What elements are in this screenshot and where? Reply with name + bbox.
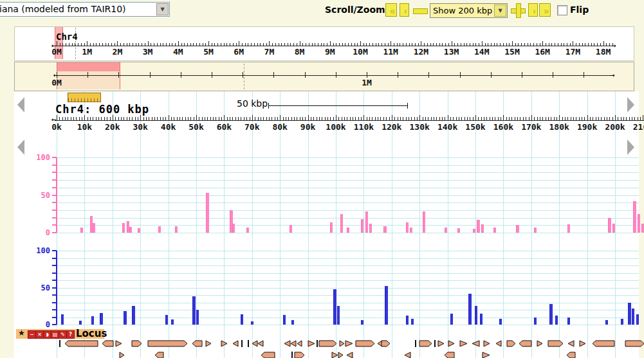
signal-bar <box>534 228 537 233</box>
ruler-minor-tick <box>598 117 599 120</box>
zoom-level-select[interactable]: Show 200 kbp ▼ <box>430 3 508 18</box>
gene-glyph[interactable] <box>295 352 305 358</box>
gene-glyph[interactable] <box>438 340 445 348</box>
detail-ruler-icon[interactable] <box>68 93 101 102</box>
ruler-minor-tick <box>551 117 551 120</box>
gene-glyph[interactable] <box>284 340 290 348</box>
ruler-minor-tick <box>397 43 398 46</box>
ruler-minor-tick <box>606 43 607 46</box>
gene-glyph[interactable] <box>419 340 432 348</box>
dropdown-arrow-icon[interactable]: ▼ <box>156 3 169 15</box>
gene-glyph[interactable] <box>495 340 501 348</box>
gene-glyph[interactable] <box>120 352 125 358</box>
pan-far-right-button[interactable]: » <box>539 3 551 17</box>
gene-glyph[interactable] <box>154 352 163 358</box>
gene-glyph[interactable] <box>206 340 212 348</box>
gene-glyph[interactable] <box>308 340 315 348</box>
gene-glyph[interactable] <box>356 340 375 348</box>
gene-glyph[interactable] <box>448 340 455 348</box>
detail-pan-left-lower-button[interactable] <box>17 139 24 155</box>
gene-glyph[interactable] <box>580 340 586 348</box>
gene-glyph[interactable] <box>507 340 516 348</box>
gene-glyph[interactable] <box>317 340 318 347</box>
zoom-out-button[interactable] <box>413 8 428 14</box>
ruler-major-tick <box>573 41 573 46</box>
gene-glyph[interactable] <box>116 340 122 348</box>
gene-glyph[interactable] <box>64 340 98 348</box>
detail-pan-right-lower-button[interactable] <box>627 139 634 155</box>
gene-glyph[interactable] <box>132 340 142 348</box>
gene-glyph[interactable] <box>221 340 228 348</box>
favorite-star-icon[interactable]: ★ <box>18 328 25 337</box>
ruler-minor-tick <box>68 117 68 120</box>
ruler-minor-tick <box>171 117 172 120</box>
gene-glyph[interactable] <box>625 340 644 348</box>
datasource-select[interactable]: iana (modeled from TAIR10) ▼ <box>0 2 170 17</box>
gene-glyph[interactable] <box>519 340 531 348</box>
gene-glyph[interactable] <box>434 340 436 347</box>
gene-glyph[interactable] <box>415 340 416 347</box>
pan-right-button[interactable]: › <box>528 3 538 17</box>
ruler-minor-tick <box>196 43 197 46</box>
ruler-minor-tick <box>509 117 510 120</box>
gene-glyph[interactable] <box>261 352 275 358</box>
ruler-minor-tick <box>579 43 580 46</box>
gene-glyph[interactable] <box>332 352 338 358</box>
signal-bar <box>365 211 368 233</box>
ruler-minor-tick <box>190 43 191 46</box>
ruler-major-tick <box>57 41 57 46</box>
gene-glyph[interactable] <box>483 352 490 358</box>
pan-far-left-button[interactable]: « <box>385 3 397 17</box>
gene-glyph[interactable] <box>346 352 353 358</box>
ruler-minor-tick <box>486 117 487 120</box>
ruler-minor-tick <box>96 117 97 120</box>
gene-glyph[interactable] <box>472 340 479 348</box>
gene-glyph[interactable] <box>340 340 345 348</box>
gridline-horizontal <box>57 273 639 274</box>
detail-pan-left-upper-button[interactable] <box>17 97 24 112</box>
ruler-minor-tick <box>403 43 403 46</box>
gene-glyph[interactable] <box>566 352 575 358</box>
y-axis-label: 100 <box>32 153 50 162</box>
ruler-major-tick <box>300 41 300 46</box>
gene-glyph[interactable] <box>257 340 263 348</box>
ruler-minor-tick <box>383 117 384 120</box>
gene-glyph[interactable] <box>444 352 454 358</box>
ruler-major-tick <box>239 41 239 46</box>
gene-glyph[interactable] <box>345 340 353 348</box>
gene-glyph[interactable] <box>484 340 490 348</box>
ruler-minor-tick <box>484 117 484 120</box>
gene-glyph[interactable] <box>192 340 202 348</box>
pan-left-button[interactable]: ‹ <box>400 3 409 17</box>
gene-glyph[interactable] <box>567 340 574 348</box>
signal-bar <box>450 314 453 325</box>
gene-glyph[interactable] <box>404 352 410 358</box>
region-detail-marker-line <box>244 64 244 89</box>
gene-glyph[interactable] <box>382 340 391 348</box>
flip-checkbox[interactable] <box>557 5 567 15</box>
zoom-select-arrow-icon[interactable]: ▼ <box>494 4 506 17</box>
gene-glyph[interactable] <box>291 352 293 358</box>
ruler-minor-tick <box>585 43 585 46</box>
detail-pan-right-upper-button[interactable] <box>627 97 634 112</box>
gene-glyph[interactable] <box>102 340 113 348</box>
gene-glyph[interactable] <box>297 340 302 348</box>
gene-glyph[interactable] <box>338 352 344 358</box>
overview-tick-label: 4M <box>168 47 189 57</box>
gene-glyph[interactable] <box>232 340 238 348</box>
gene-glyph[interactable] <box>148 340 188 348</box>
gene-glyph[interactable] <box>248 340 249 347</box>
gene-glyph[interactable] <box>241 340 243 347</box>
gene-glyph[interactable] <box>290 340 296 348</box>
gene-glyph[interactable] <box>460 340 468 348</box>
zoom-in-button[interactable] <box>511 3 525 17</box>
ruler-minor-tick <box>423 117 423 120</box>
help-icon[interactable]: ? <box>66 330 75 339</box>
gene-glyph[interactable] <box>537 340 543 348</box>
gene-glyph[interactable] <box>319 340 337 348</box>
overview-tick-label: 1M <box>77 47 97 57</box>
gene-glyph[interactable] <box>59 340 60 347</box>
gene-glyph[interactable] <box>548 340 564 348</box>
gene-glyph[interactable] <box>252 340 257 348</box>
gene-glyph[interactable] <box>592 340 614 348</box>
